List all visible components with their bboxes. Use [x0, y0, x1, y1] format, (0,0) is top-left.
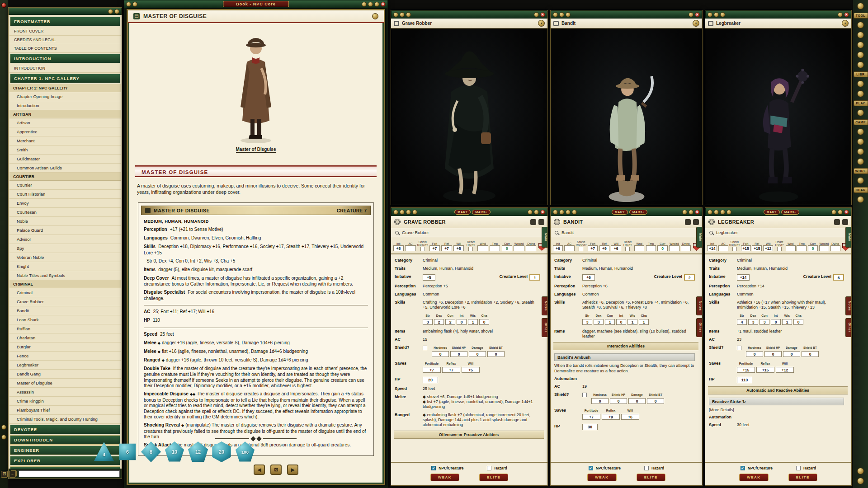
share-icon[interactable] [528, 210, 533, 215]
npc-creature-checkbox[interactable]: ✓ [589, 466, 593, 470]
link-icon[interactable] [708, 210, 712, 215]
zoom-icon[interactable] [406, 12, 411, 17]
slider-handle[interactable] [256, 436, 261, 441]
shield-stat-box[interactable]: 0 [610, 398, 627, 404]
combat-cell[interactable]: Init +6 [552, 239, 564, 251]
portrait-slot-icon[interactable] [842, 219, 848, 225]
help-icon[interactable] [534, 210, 539, 215]
close-icon[interactable]: ✕ [844, 12, 849, 17]
save-box[interactable]: +15 [756, 367, 774, 373]
index-item[interactable]: Crime Kingpin [9, 397, 121, 406]
mar3-button[interactable]: MAR3+ [629, 210, 647, 215]
combat-cell[interactable]: Wnd [785, 239, 796, 251]
combat-cell[interactable]: Wnd [477, 239, 489, 251]
toolbar-button[interactable] [857, 32, 864, 38]
creature-level-box[interactable]: 2 [684, 274, 695, 281]
token-slot-icon[interactable] [530, 219, 536, 225]
index-item[interactable]: Common Artisan Guilds [9, 164, 121, 173]
token-icon[interactable] [726, 210, 731, 215]
skills-value[interactable]: Crafting +6, Deception +2, Intimidation … [423, 300, 540, 310]
shield-stat-box[interactable]: 0 [591, 398, 609, 404]
chevron-down-icon[interactable]: ▼ [538, 20, 545, 27]
help-icon[interactable] [689, 210, 693, 215]
combat-cell[interactable]: Ref +7 [441, 239, 453, 251]
ability-box[interactable]: 0 [616, 319, 626, 325]
toolbar-button[interactable] [857, 128, 864, 135]
ability-box[interactable]: 1 [468, 319, 478, 325]
combat-cell[interactable]: React Used? [622, 240, 634, 251]
toolbar-button[interactable] [857, 22, 864, 28]
index-item[interactable]: Courtier [9, 181, 121, 190]
help-icon[interactable] [114, 9, 119, 14]
shield-stat-box[interactable]: 0 [487, 351, 505, 357]
save-box[interactable]: +5 [462, 367, 480, 373]
combat-cell[interactable]: Shield Raised? [416, 240, 429, 251]
languages-value[interactable]: Common [423, 292, 540, 297]
skills-value[interactable]: Athletics +6, Deception +5, Forest Lore … [582, 300, 695, 310]
combat-cell[interactable]: React Used? [465, 240, 477, 251]
die[interactable]: 20 [211, 441, 232, 463]
close-icon[interactable]: ✕ [844, 210, 849, 215]
pin-icon[interactable] [559, 210, 564, 215]
combat-cell[interactable]: Will +5 [453, 239, 465, 251]
save-box[interactable]: +12 [776, 367, 794, 373]
shield-stat-box[interactable]: 0 [746, 351, 763, 357]
speed-value[interactable]: 30 feet [737, 422, 844, 427]
index-item[interactable]: Criminal [9, 280, 121, 288]
link-icon[interactable] [393, 210, 398, 215]
dice-tower-icon[interactable] [566, 210, 571, 215]
close-icon[interactable]: ✕ [695, 210, 700, 215]
toolbar-button[interactable] [857, 196, 864, 203]
weak-button[interactable]: WEAK [739, 474, 768, 481]
ability-box[interactable]: 0 [479, 319, 489, 325]
index-item[interactable]: Introduction [9, 64, 121, 73]
index-item[interactable]: Courtesan [9, 208, 121, 217]
ability-box[interactable]: 0 [457, 319, 467, 325]
save-box[interactable]: +6 [621, 414, 639, 420]
toolbar-button[interactable] [857, 3, 864, 9]
ac-value[interactable]: 19 [582, 384, 695, 389]
statblock-plaque[interactable]: Master of Disguise Creature 7 [141, 206, 371, 215]
tab-notes[interactable]: Notes [542, 296, 547, 315]
toolbar-button[interactable] [857, 90, 864, 97]
combat-cell[interactable]: Tmp [489, 239, 501, 251]
slider-handle[interactable] [250, 436, 255, 441]
sheet-subtitle[interactable]: Grave Robber [402, 230, 429, 235]
toolbar-button[interactable] [857, 468, 864, 474]
hazard-checkbox[interactable] [487, 466, 491, 470]
index-item[interactable]: Palace Guard [9, 226, 121, 235]
page-slider[interactable] [215, 437, 297, 441]
traits-value[interactable]: Medium, Human, Humanoid [582, 266, 695, 271]
dice-tower-icon[interactable] [406, 210, 411, 215]
help-icon[interactable] [838, 12, 843, 17]
shield-stat-box[interactable]: 0 [802, 351, 819, 357]
items-value[interactable]: dagger, machete (see sidebar), sling (10… [582, 329, 695, 339]
toolbar-button[interactable] [857, 177, 864, 184]
share-icon[interactable] [682, 210, 687, 215]
tab-other[interactable]: Other [696, 318, 702, 337]
combat-cell[interactable]: Ref +15 [751, 239, 763, 251]
save-box[interactable]: +7 [423, 367, 441, 373]
save-box[interactable]: +9 [602, 414, 620, 420]
ability-box[interactable]: 3 [594, 319, 604, 325]
combat-cell[interactable]: Init +5 [392, 239, 405, 251]
items-value[interactable]: +1 maul, studded leather [737, 329, 844, 334]
index-item[interactable]: Smith [9, 145, 121, 155]
mar2-button[interactable]: MAR2 [612, 210, 628, 215]
ability-box[interactable]: 3 [582, 319, 592, 325]
index-item[interactable]: Spy [9, 244, 121, 253]
tab-other[interactable]: Other [542, 318, 547, 337]
combat-cell[interactable]: React Used? [774, 240, 785, 251]
ac-value[interactable]: 15 [423, 337, 540, 342]
dice-tower-icon[interactable] [720, 210, 725, 215]
combat-cell[interactable]: Ref +9 [599, 239, 610, 251]
initiative-box[interactable]: +5 [423, 274, 435, 281]
combat-cell[interactable]: AC [405, 239, 417, 251]
ability-box[interactable]: 3 [760, 319, 769, 325]
close-icon[interactable]: ✕ [540, 210, 545, 215]
minimize-icon[interactable] [368, 2, 373, 7]
die[interactable]: 4 [93, 441, 115, 463]
weak-button[interactable]: WEAK [587, 474, 616, 481]
npc-record-icon[interactable] [554, 219, 560, 225]
ability-box[interactable]: 1 [627, 319, 637, 325]
